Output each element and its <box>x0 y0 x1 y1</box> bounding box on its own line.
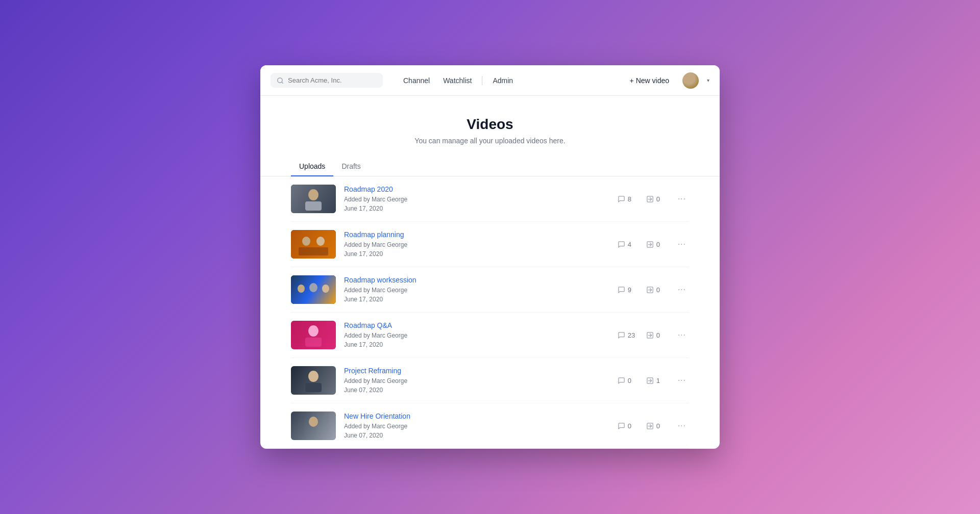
repost-stat: 0 <box>646 241 665 248</box>
nav-admin[interactable]: Admin <box>487 73 518 88</box>
video-info: Roadmap 2020 Added by Marc GeorgeJune 17… <box>344 185 609 213</box>
video-item: Roadmap 2020 Added by Marc GeorgeJune 17… <box>291 176 689 222</box>
video-title[interactable]: Project Reframing <box>344 367 609 375</box>
more-options-button[interactable]: ··· <box>675 192 689 205</box>
video-item: New Hire Orientation Added by Marc Georg… <box>291 403 689 449</box>
comment-icon <box>618 195 625 203</box>
content-area: Videos You can manage all your uploaded … <box>260 96 720 449</box>
video-thumbnail <box>291 185 336 213</box>
svg-point-20 <box>308 325 318 337</box>
repost-count: 0 <box>656 286 660 294</box>
video-meta: Added by Marc GeorgeJune 17, 2020 <box>344 195 609 213</box>
svg-point-10 <box>316 237 325 246</box>
comment-stat: 0 <box>618 422 636 430</box>
repost-count: 0 <box>656 422 660 430</box>
comment-icon <box>618 377 625 384</box>
video-stats: 4 0 ··· <box>618 238 689 251</box>
repost-count: 1 <box>656 377 660 384</box>
header: Channel Watchlist Admin + New video ▾ <box>260 65 720 96</box>
video-stats: 8 0 ··· <box>618 192 689 205</box>
repost-count: 0 <box>656 241 660 248</box>
svg-point-24 <box>308 371 318 382</box>
nav-channel[interactable]: Channel <box>398 73 435 88</box>
chevron-down-icon[interactable]: ▾ <box>707 78 709 83</box>
video-meta: Added by Marc GeorgeJune 17, 2020 <box>344 286 609 304</box>
nav-divider <box>482 76 482 85</box>
video-info: Project Reframing Added by Marc GeorgeJu… <box>344 367 609 395</box>
main-nav: Channel Watchlist Admin <box>398 73 625 88</box>
repost-icon <box>646 331 654 339</box>
repost-icon <box>646 286 654 294</box>
video-title[interactable]: Roadmap Q&A <box>344 321 609 329</box>
repost-icon <box>646 195 654 203</box>
comment-stat: 9 <box>618 286 636 294</box>
svg-rect-25 <box>305 383 322 392</box>
comment-icon <box>618 241 625 248</box>
comment-count: 0 <box>628 377 631 384</box>
svg-point-15 <box>298 285 305 293</box>
comment-stat: 0 <box>618 377 636 384</box>
video-list: Roadmap 2020 Added by Marc GeorgeJune 17… <box>260 176 720 449</box>
more-options-button[interactable]: ··· <box>675 283 689 296</box>
video-title[interactable]: Roadmap worksession <box>344 276 609 284</box>
video-title[interactable]: Roadmap 2020 <box>344 185 609 193</box>
search-input[interactable] <box>288 76 377 84</box>
page-title: Videos <box>467 116 513 133</box>
repost-stat: 1 <box>646 377 665 384</box>
video-info: Roadmap Q&A Added by Marc GeorgeJune 17,… <box>344 321 609 349</box>
video-info: Roadmap worksession Added by Marc George… <box>344 276 609 304</box>
video-meta: Added by Marc GeorgeJune 17, 2020 <box>344 240 609 259</box>
search-icon <box>277 77 284 84</box>
nav-watchlist[interactable]: Watchlist <box>438 73 477 88</box>
svg-line-1 <box>282 82 283 83</box>
svg-point-16 <box>309 283 317 292</box>
comment-count: 23 <box>628 331 635 339</box>
svg-rect-21 <box>305 338 322 347</box>
avatar[interactable] <box>682 72 699 89</box>
video-meta: Added by Marc GeorgeJune 07, 2020 <box>344 376 609 395</box>
repost-stat: 0 <box>646 331 665 339</box>
page-subtitle: You can manage all your uploaded videos … <box>414 137 565 145</box>
comment-stat: 23 <box>618 331 636 339</box>
tabs-bar: Uploads Drafts <box>260 157 720 176</box>
video-title[interactable]: Roadmap planning <box>344 230 609 239</box>
new-video-button[interactable]: + New video <box>625 73 674 88</box>
video-meta: Added by Marc GeorgeJune 17, 2020 <box>344 331 609 349</box>
repost-stat: 0 <box>646 195 665 203</box>
comment-icon <box>618 331 625 339</box>
video-item: Project Reframing Added by Marc GeorgeJu… <box>291 358 689 403</box>
comment-icon <box>618 422 625 430</box>
search-bar[interactable] <box>271 73 383 88</box>
more-options-button[interactable]: ··· <box>675 238 689 251</box>
comment-count: 4 <box>628 241 631 248</box>
video-thumbnail <box>291 366 336 395</box>
video-item: Roadmap worksession Added by Marc George… <box>291 267 689 313</box>
tab-drafts[interactable]: Drafts <box>333 157 369 176</box>
video-title[interactable]: New Hire Orientation <box>344 412 609 420</box>
video-item: Roadmap planning Added by Marc GeorgeJun… <box>291 222 689 267</box>
comment-stat: 8 <box>618 195 636 203</box>
svg-rect-11 <box>299 247 328 255</box>
video-thumbnail <box>291 275 336 304</box>
video-info: Roadmap planning Added by Marc GeorgeJun… <box>344 230 609 259</box>
tab-uploads[interactable]: Uploads <box>291 157 333 176</box>
more-options-button[interactable]: ··· <box>675 328 689 342</box>
svg-point-9 <box>302 237 310 246</box>
comment-stat: 4 <box>618 241 636 248</box>
repost-count: 0 <box>656 195 660 203</box>
comment-count: 0 <box>628 422 631 430</box>
video-stats: 23 0 ··· <box>618 328 689 342</box>
video-thumbnail <box>291 412 336 440</box>
video-thumbnail <box>291 230 336 259</box>
video-thumbnail <box>291 321 336 349</box>
svg-point-28 <box>309 417 318 427</box>
video-meta: Added by Marc GeorgeJune 07, 2020 <box>344 422 609 440</box>
repost-icon <box>646 241 654 248</box>
app-window: Channel Watchlist Admin + New video ▾ Vi… <box>260 65 720 449</box>
more-options-button[interactable]: ··· <box>675 374 689 387</box>
header-right: + New video ▾ <box>625 72 709 89</box>
svg-point-17 <box>322 285 329 293</box>
video-stats: 0 0 ··· <box>618 419 689 432</box>
more-options-button[interactable]: ··· <box>675 419 689 432</box>
repost-icon <box>646 377 654 384</box>
